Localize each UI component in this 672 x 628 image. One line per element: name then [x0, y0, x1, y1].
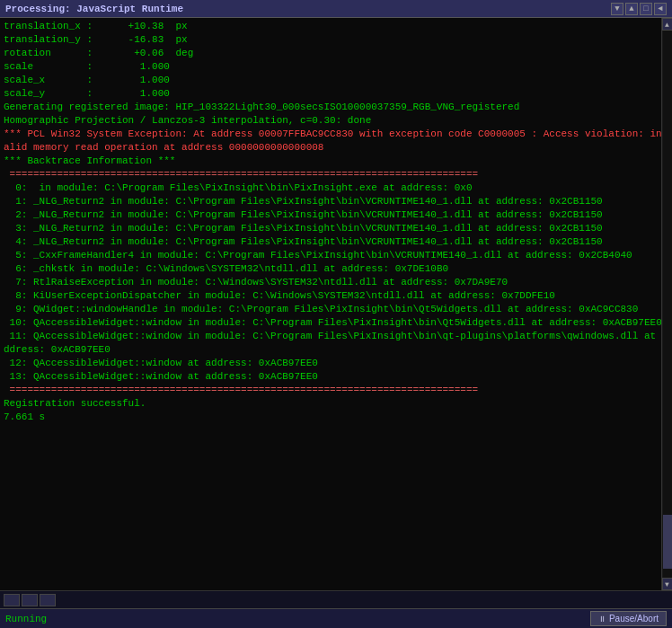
- console-line: scale_y : 1.000: [4, 87, 668, 101]
- console-line: rotation : +0.06 deg: [4, 47, 668, 60]
- window-title: Processing: JavaScript Runtime: [5, 4, 183, 14]
- console-line: Homographic Projection / Lanczos-3 inter…: [4, 114, 668, 128]
- scroll-down-arrow[interactable]: ▼: [662, 578, 673, 590]
- console-line: *** PCL Win32 System Exception: At addre…: [4, 128, 668, 155]
- console-line: *** Backtrace Information ***: [4, 155, 668, 168]
- console-line: 8: KiUserExceptionDispatcher in module: …: [4, 289, 668, 303]
- console-line: 7.661 s: [4, 411, 668, 424]
- console-line: 3: _NLG_Return2 in module: C:\Program Fi…: [4, 222, 668, 235]
- title-bar: Processing: JavaScript Runtime ▼ ▲ □ ◄: [0, 0, 672, 18]
- thumbnail-2[interactable]: [22, 594, 38, 606]
- scroll-up-arrow[interactable]: ▲: [662, 18, 673, 31]
- window-controls: ▼ ▲ □ ◄: [611, 3, 667, 15]
- scrollbar[interactable]: ▲ ▼: [661, 18, 672, 590]
- console-line: 12: QAccessibleWidget::window at address…: [4, 357, 668, 370]
- console-line: 10: QAccessibleWidget::window in module:…: [4, 316, 668, 330]
- console-line: 7: RtlRaiseException in module: C:\Windo…: [4, 276, 668, 289]
- console-line: 0: in module: C:\Program Files\PixInsigh…: [4, 181, 668, 195]
- console-line: ========================================…: [4, 384, 668, 397]
- status-bar: Running ⏸ Pause/Abort: [0, 608, 672, 628]
- scroll-thumb[interactable]: [663, 515, 672, 569]
- status-buttons: ⏸ Pause/Abort: [590, 611, 667, 626]
- thumbnail-1[interactable]: [4, 594, 20, 606]
- pause-abort-button[interactable]: ⏸ Pause/Abort: [590, 611, 667, 626]
- scroll-track[interactable]: [663, 31, 672, 578]
- console-line: scale : 1.000: [4, 60, 668, 74]
- console-line: 11: QAccessibleWidget::window in module:…: [4, 330, 668, 357]
- thumbnail-3[interactable]: [40, 594, 56, 606]
- minimize-button[interactable]: ▼: [611, 3, 623, 15]
- console-line: 6: _chkstk in module: C:\Windows\SYSTEM3…: [4, 262, 668, 276]
- thumbnail-strip: [4, 594, 56, 606]
- console-text-content: translation_x : +10.38 pxtranslation_y :…: [4, 20, 668, 424]
- console-line: Registration successful.: [4, 397, 668, 411]
- console-line: 9: QWidget::windowHandle in module: C:\P…: [4, 303, 668, 316]
- console-line: 5: _CxxFrameHandler4 in module: C:\Progr…: [4, 249, 668, 262]
- console-line: 4: _NLG_Return2 in module: C:\Program Fi…: [4, 235, 668, 249]
- console-line: translation_y : -16.83 px: [4, 33, 668, 47]
- console-line: 2: _NLG_Return2 in module: C:\Program Fi…: [4, 208, 668, 222]
- console-line: 1: _NLG_Return2 in module: C:\Program Fi…: [4, 195, 668, 208]
- close-button[interactable]: ◄: [654, 3, 667, 15]
- console-line: translation_x : +10.38 px: [4, 20, 668, 33]
- console-line: ========================================…: [4, 168, 668, 181]
- console-output: translation_x : +10.38 pxtranslation_y :…: [0, 18, 672, 590]
- console-line: Generating registered image: HIP_103322L…: [4, 101, 668, 114]
- maximize-button[interactable]: ▲: [625, 3, 638, 15]
- status-text: Running: [5, 614, 47, 624]
- bottom-panel: [0, 590, 672, 608]
- console-line: 13: QAccessibleWidget::window at address…: [4, 370, 668, 384]
- console-line: scale_x : 1.000: [4, 74, 668, 87]
- pause-abort-label: Pause/Abort: [609, 614, 659, 624]
- pause-icon: ⏸: [598, 615, 606, 624]
- restore-button[interactable]: □: [640, 3, 652, 15]
